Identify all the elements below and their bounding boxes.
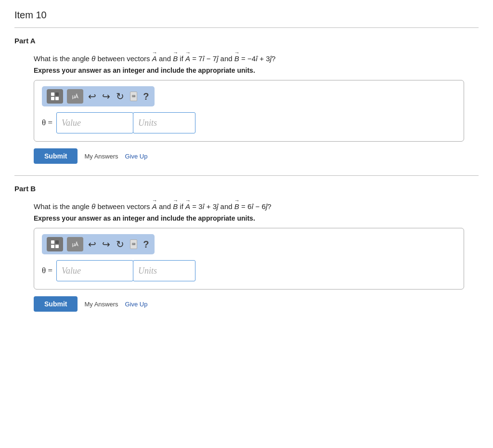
part-a-section: Part A What is the angle θ between vecto… xyxy=(14,37,479,164)
part-a-help-button[interactable]: ? xyxy=(142,91,150,102)
part-b-submit-button[interactable]: Submit xyxy=(34,296,78,312)
part-b-section: Part B What is the angle θ between vecto… xyxy=(14,184,479,312)
part-a-reset-button[interactable]: ↻ xyxy=(115,91,125,102)
svg-rect-0 xyxy=(51,92,54,96)
part-b-question: What is the angle θ between vectors → A … xyxy=(34,198,479,211)
svg-rect-3 xyxy=(55,97,59,100)
part-b-mu-button[interactable]: μÂ xyxy=(67,237,83,251)
part-b-reset-button[interactable]: ↻ xyxy=(115,238,125,250)
part-a-instruction: Express your answer as an integer and in… xyxy=(34,66,479,74)
part-b-keyboard-button[interactable]: ⌨ xyxy=(129,239,138,249)
part-b-instruction: Express your answer as an integer and in… xyxy=(34,214,479,222)
part-a-keyboard-button[interactable]: ⌨ xyxy=(129,92,138,101)
part-b-value-input[interactable]: Value xyxy=(56,260,133,281)
svg-rect-6 xyxy=(51,245,54,248)
part-a-units-input[interactable]: Units xyxy=(133,112,195,133)
svg-rect-2 xyxy=(51,97,54,100)
part-a-question: What is the angle θ between vectors → A … xyxy=(34,50,479,63)
part-b-redo-button[interactable]: ↪ xyxy=(101,238,111,250)
part-a-label: Part A xyxy=(14,37,479,45)
part-b-theta-label: θ = xyxy=(42,266,52,276)
part-b-my-answers-label: My Answers xyxy=(84,301,118,308)
part-a-grid-icon-button[interactable] xyxy=(47,89,63,104)
item-title: Item 10 xyxy=(14,10,479,21)
part-a-undo-button[interactable]: ↩ xyxy=(87,91,97,102)
part-b-answer-box: μÂ ↩ ↪ ↻ ⌨ ? θ = Value Units xyxy=(34,228,464,290)
part-b-units-input[interactable]: Units xyxy=(133,260,195,281)
part-a-value-input[interactable]: Value xyxy=(56,112,133,133)
part-a-give-up-link[interactable]: Give Up xyxy=(125,153,148,160)
part-b-give-up-link[interactable]: Give Up xyxy=(125,301,148,308)
svg-rect-1 xyxy=(55,92,59,96)
part-b-undo-button[interactable]: ↩ xyxy=(87,238,97,250)
part-a-toolbar: μÂ ↩ ↪ ↻ ⌨ ? xyxy=(42,86,155,106)
part-b-submit-row: Submit My Answers Give Up xyxy=(34,296,479,312)
part-a-input-row: θ = Value Units xyxy=(42,112,456,133)
part-b-grid-icon-button[interactable] xyxy=(47,237,63,251)
part-a-mu-button[interactable]: μÂ xyxy=(67,89,83,104)
svg-rect-5 xyxy=(55,240,59,244)
part-a-redo-button[interactable]: ↪ xyxy=(101,91,111,102)
svg-rect-4 xyxy=(51,240,54,244)
part-b-help-button[interactable]: ? xyxy=(142,239,150,250)
divider-middle xyxy=(14,175,479,176)
part-a-submit-button[interactable]: Submit xyxy=(34,148,78,164)
part-b-input-row: θ = Value Units xyxy=(42,260,456,281)
part-a-answer-box: μÂ ↩ ↪ ↻ ⌨ ? θ = Value Units xyxy=(34,80,464,142)
svg-rect-7 xyxy=(55,245,59,248)
part-a-theta-label: θ = xyxy=(42,118,52,128)
part-a-my-answers-label: My Answers xyxy=(84,153,118,160)
part-b-toolbar: μÂ ↩ ↪ ↻ ⌨ ? xyxy=(42,234,155,254)
divider-top xyxy=(14,27,479,28)
part-b-label: Part B xyxy=(14,184,479,193)
part-a-submit-row: Submit My Answers Give Up xyxy=(34,148,479,164)
